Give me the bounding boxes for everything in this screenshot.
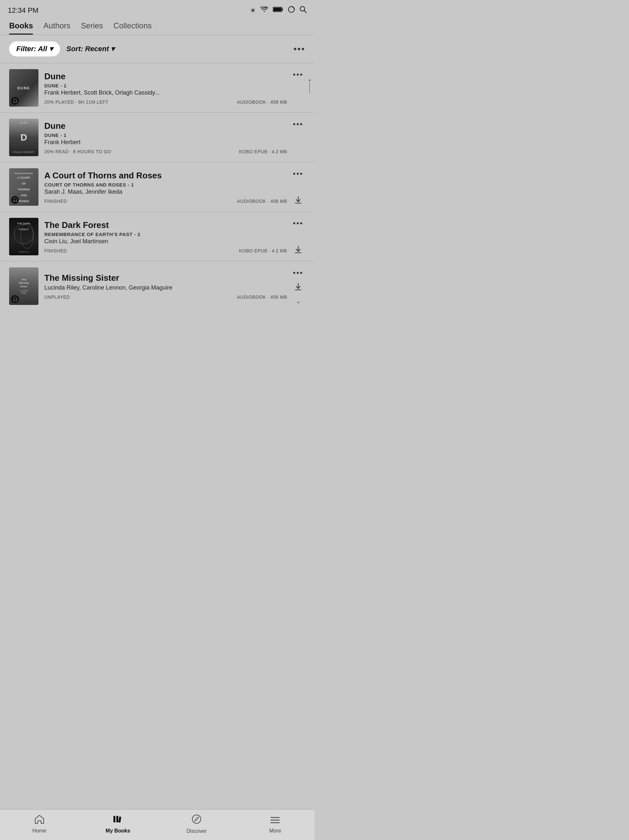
book-list-items: DUNE 🎧 Dune DUNE - 1 Frank Herbert, Scot… bbox=[0, 63, 314, 311]
list-item[interactable]: Recorded Books A COURTOFTHORNSANDROSES 🎧… bbox=[0, 162, 314, 212]
book-format: KOBO EPUB · 4.2 MB bbox=[239, 149, 287, 154]
svg-rect-1 bbox=[282, 8, 283, 10]
sort-button[interactable]: Sort: Recent ▾ bbox=[66, 45, 115, 53]
book-meta: FINISHED AUDIOBOOK · 458 MB bbox=[44, 199, 287, 204]
audiobook-badge: 🎧 bbox=[11, 295, 19, 303]
book-more-button[interactable]: ••• bbox=[293, 120, 303, 128]
download-button[interactable] bbox=[295, 246, 302, 255]
status-bar: 12:34 PM ☀ bbox=[0, 0, 314, 18]
book-title: Dune bbox=[44, 121, 287, 131]
book-more-button[interactable]: ••• bbox=[293, 170, 303, 178]
book-authors: Cixin Liu, Joel Martinsen bbox=[44, 238, 287, 245]
tab-collections[interactable]: Collections bbox=[114, 21, 151, 35]
expand-icon[interactable]: ⌄ bbox=[296, 297, 301, 305]
download-button[interactable] bbox=[295, 196, 302, 206]
book-format: AUDIOBOOK · 458 MB bbox=[237, 199, 287, 204]
audiobook-badge: 🎧 bbox=[11, 97, 19, 105]
tab-series[interactable]: Series bbox=[81, 21, 103, 35]
svg-line-5 bbox=[304, 11, 307, 13]
filter-button[interactable]: Filter: All ▾ bbox=[9, 41, 60, 57]
book-list: DUNE 🎧 Dune DUNE - 1 Frank Herbert, Scot… bbox=[0, 63, 314, 311]
book-series: DUNE - 1 bbox=[44, 83, 287, 88]
book-format: KOBO EPUB · 4.2 MB bbox=[239, 248, 287, 253]
book-cover: CIXIN LIU THE DARKFOREST bbox=[9, 218, 38, 255]
book-series: DUNE - 1 bbox=[44, 133, 287, 138]
book-format: AUDIOBOOK · 458 MB bbox=[237, 294, 287, 300]
book-cover: TheMissingSister LucindaRiley 🎧 bbox=[9, 267, 38, 305]
book-meta: UNPLAYED AUDIOBOOK · 458 MB bbox=[44, 294, 287, 300]
book-progress: FINISHED bbox=[44, 248, 67, 253]
download-button[interactable] bbox=[295, 283, 302, 292]
book-title: Dune bbox=[44, 71, 287, 82]
book-title: The Dark Forest bbox=[44, 220, 287, 230]
book-actions: ••• bbox=[291, 168, 305, 206]
search-icon[interactable] bbox=[300, 6, 307, 15]
list-item[interactable]: DUNE D FRANK HERBERT Dune DUNE - 1 Frank… bbox=[0, 112, 314, 162]
book-more-button[interactable]: ••• bbox=[293, 269, 303, 277]
book-progress: FINISHED bbox=[44, 199, 67, 204]
book-meta: 20% READ · 8 HOURS TO GO KOBO EPUB · 4.2… bbox=[44, 149, 287, 154]
book-cover: DUNE D FRANK HERBERT bbox=[9, 119, 38, 156]
sync-icon bbox=[288, 6, 295, 15]
book-more-button[interactable]: ••• bbox=[293, 70, 303, 79]
list-item[interactable]: TheMissingSister LucindaRiley 🎧 The Miss… bbox=[0, 261, 314, 311]
list-item[interactable]: DUNE 🎧 Dune DUNE - 1 Frank Herbert, Scot… bbox=[0, 63, 314, 112]
book-info: The Dark Forest REMEMBRANCE OF EARTH'S P… bbox=[38, 218, 291, 255]
book-cover: Recorded Books A COURTOFTHORNSANDROSES 🎧 bbox=[9, 168, 38, 206]
book-progress: UNPLAYED bbox=[44, 294, 70, 300]
status-icons: ☀ bbox=[250, 6, 307, 15]
battery-icon bbox=[273, 6, 283, 14]
book-cover: DUNE 🎧 bbox=[9, 69, 38, 107]
book-info: A Court of Thorns and Roses COURT OF THO… bbox=[38, 168, 291, 206]
chevron-down-icon: ▾ bbox=[49, 45, 53, 53]
svg-rect-2 bbox=[273, 8, 282, 11]
book-series: COURT OF THORNS AND ROSES - 1 bbox=[44, 182, 287, 188]
book-title: A Court of Thorns and Roses bbox=[44, 171, 287, 181]
audiobook-badge: 🎧 bbox=[11, 196, 19, 204]
book-actions: ••• ⌄ bbox=[291, 267, 305, 305]
filter-sort-bar: Filter: All ▾ Sort: Recent ▾ ••• bbox=[0, 35, 314, 63]
list-item[interactable]: CIXIN LIU THE DARKFOREST The Dark Forest… bbox=[0, 212, 314, 261]
brightness-icon: ☀ bbox=[250, 6, 256, 14]
chevron-down-icon: ▾ bbox=[111, 45, 114, 53]
wifi-icon bbox=[260, 6, 268, 14]
status-time: 12:34 PM bbox=[8, 6, 38, 15]
more-options-button[interactable]: ••• bbox=[294, 44, 305, 54]
book-authors: Sarah J. Maas, Jennifer Ikeda bbox=[44, 188, 287, 195]
book-actions: ••• bbox=[291, 218, 305, 255]
book-actions: ••• bbox=[291, 119, 305, 156]
book-meta: FINISHED KOBO EPUB · 4.2 MB bbox=[44, 248, 287, 253]
book-authors: Frank Herbert bbox=[44, 139, 287, 146]
book-info: Dune DUNE - 1 Frank Herbert 20% READ · 8… bbox=[38, 119, 291, 156]
book-format: AUDIOBOOK · 458 MB bbox=[237, 99, 287, 105]
book-info: The Missing Sister Lucinda Riley, Caroli… bbox=[38, 267, 291, 305]
book-more-button[interactable]: ••• bbox=[293, 219, 303, 227]
book-authors: Frank Herbert, Scott Brick, Orlagh Cassi… bbox=[44, 89, 287, 96]
book-authors: Lucinda Riley, Caroline Lennon, Georgia … bbox=[44, 284, 287, 291]
book-title: The Missing Sister bbox=[44, 273, 287, 283]
svg-rect-6 bbox=[309, 82, 310, 93]
book-series: REMEMBRANCE OF EARTH'S PAST - 2 bbox=[44, 232, 287, 237]
book-meta: 20% PLAYED · 8H 21M LEFT AUDIOBOOK · 458… bbox=[44, 99, 287, 105]
book-progress: 20% READ · 8 HOURS TO GO bbox=[44, 149, 111, 154]
tab-authors[interactable]: Authors bbox=[43, 21, 70, 35]
book-actions: ••• bbox=[291, 69, 305, 107]
tabs-bar: Books Authors Series Collections bbox=[0, 18, 314, 35]
book-info: Dune DUNE - 1 Frank Herbert, Scott Brick… bbox=[38, 69, 291, 107]
tab-books[interactable]: Books bbox=[9, 21, 33, 35]
book-progress: 20% PLAYED · 8H 21M LEFT bbox=[44, 99, 109, 105]
scroll-up-area bbox=[307, 77, 312, 98]
